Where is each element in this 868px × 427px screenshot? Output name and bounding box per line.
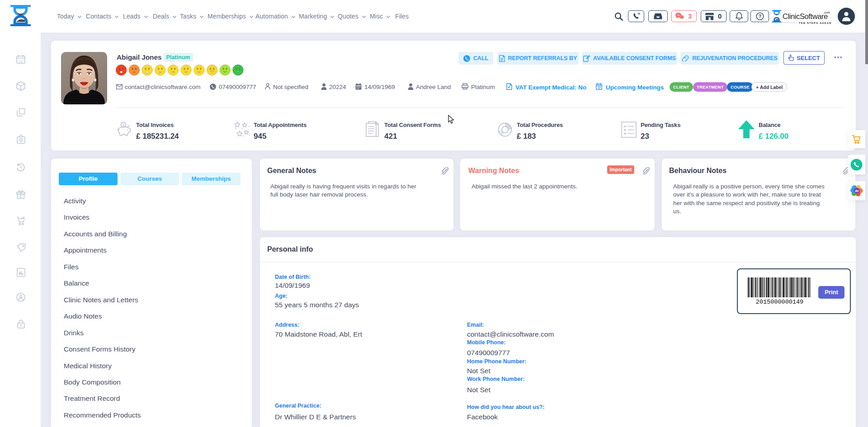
svg-text:TEN STEPS AHEAD: TEN STEPS AHEAD bbox=[799, 22, 832, 24]
svg-text:AI: AI bbox=[855, 189, 859, 193]
svg-text:12: 12 bbox=[597, 86, 601, 89]
svg-text:12: 12 bbox=[19, 59, 23, 63]
svg-text:.com: .com bbox=[823, 11, 830, 14]
svg-text:$: $ bbox=[123, 123, 125, 127]
svg-text:?: ? bbox=[759, 14, 761, 19]
svg-text:ClinicSoftware: ClinicSoftware bbox=[783, 12, 828, 20]
